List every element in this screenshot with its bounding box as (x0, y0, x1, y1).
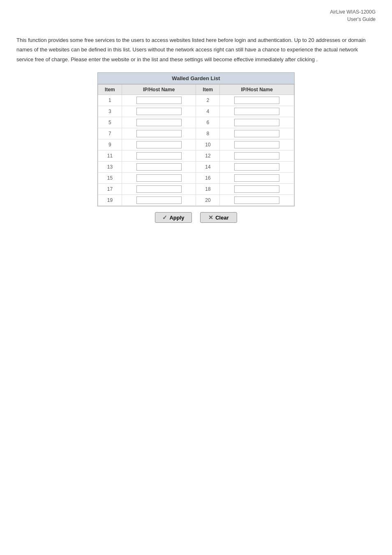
table-title: Walled Garden List (98, 73, 294, 84)
col-item-2-header: Item (196, 85, 220, 95)
row-right-num: 4 (196, 106, 220, 117)
row-right-input-cell (220, 150, 294, 162)
row-left-num: 1 (98, 95, 122, 106)
brand-line2: User's Guide (347, 16, 376, 22)
ip-host-input-13[interactable] (136, 163, 182, 171)
ip-host-input-15[interactable] (136, 174, 182, 182)
row-right-num: 6 (196, 117, 220, 128)
row-right-input-cell (220, 106, 294, 117)
apply-icon: ✓ (162, 214, 167, 221)
row-left-num: 3 (98, 106, 122, 117)
ip-host-input-4[interactable] (234, 108, 279, 115)
row-right-input-cell (220, 117, 294, 128)
clear-icon: ✕ (208, 214, 213, 221)
row-left-num: 19 (98, 195, 122, 206)
ip-host-input-2[interactable] (234, 97, 279, 104)
apply-label: Apply (169, 215, 184, 221)
row-left-num: 7 (98, 128, 122, 139)
col-name-1-header: IP/Host Name (122, 85, 196, 95)
row-right-num: 18 (196, 184, 220, 195)
row-left-input-cell (122, 150, 196, 162)
table-row: 1920 (98, 195, 294, 206)
apply-button[interactable]: ✓ Apply (155, 212, 192, 223)
row-right-num: 14 (196, 162, 220, 173)
col-item-1-header: Item (98, 85, 122, 95)
row-right-input-cell (220, 184, 294, 195)
row-left-num: 9 (98, 139, 122, 150)
ip-host-input-3[interactable] (136, 108, 182, 115)
ip-host-input-7[interactable] (136, 130, 182, 137)
clear-button[interactable]: ✕ Clear (200, 212, 237, 223)
ip-host-input-19[interactable] (136, 197, 182, 204)
row-left-num: 11 (98, 150, 122, 162)
row-left-input-cell (122, 195, 196, 206)
table-row: 78 (98, 128, 294, 139)
table-row: 1718 (98, 184, 294, 195)
row-right-input-cell (220, 195, 294, 206)
ip-host-input-16[interactable] (234, 174, 279, 182)
ip-host-input-1[interactable] (136, 97, 182, 104)
ip-host-input-17[interactable] (136, 185, 182, 193)
table-row: 56 (98, 117, 294, 128)
ip-host-input-18[interactable] (234, 185, 279, 193)
brand-line1: AirLive WIAS-1200G (330, 9, 376, 15)
row-left-num: 13 (98, 162, 122, 173)
row-right-input-cell (220, 128, 294, 139)
table-row: 1314 (98, 162, 294, 173)
row-left-input-cell (122, 117, 196, 128)
ip-host-input-11[interactable] (136, 152, 182, 160)
row-right-input-cell (220, 95, 294, 106)
row-left-num: 5 (98, 117, 122, 128)
walled-garden-table: Item IP/Host Name Item IP/Host Name 1234… (98, 84, 294, 206)
row-left-input-cell (122, 173, 196, 184)
row-right-num: 16 (196, 173, 220, 184)
row-left-input-cell (122, 184, 196, 195)
row-right-num: 12 (196, 150, 220, 162)
ip-host-input-9[interactable] (136, 141, 182, 148)
table-row: 910 (98, 139, 294, 150)
brand-header: AirLive WIAS-1200G User's Guide (16, 8, 376, 23)
row-left-num: 15 (98, 173, 122, 184)
row-right-input-cell (220, 173, 294, 184)
ip-host-input-14[interactable] (234, 163, 279, 171)
row-left-num: 17 (98, 184, 122, 195)
ip-host-input-12[interactable] (234, 152, 279, 160)
page-description: This function provides some free service… (16, 35, 376, 64)
table-row: 12 (98, 95, 294, 106)
table-row: 1516 (98, 173, 294, 184)
description-text: This function provides some free service… (16, 37, 366, 62)
ip-host-input-20[interactable] (234, 197, 279, 204)
walled-garden-container: Walled Garden List Item IP/Host Name Ite… (97, 72, 295, 206)
table-row: 34 (98, 106, 294, 117)
ip-host-input-10[interactable] (234, 141, 279, 148)
row-right-num: 20 (196, 195, 220, 206)
ip-host-input-8[interactable] (234, 130, 279, 137)
clear-label: Clear (215, 215, 229, 221)
row-right-input-cell (220, 162, 294, 173)
row-left-input-cell (122, 139, 196, 150)
ip-host-input-6[interactable] (234, 119, 279, 126)
row-right-input-cell (220, 139, 294, 150)
row-right-num: 2 (196, 95, 220, 106)
button-row: ✓ Apply ✕ Clear (16, 212, 376, 223)
row-left-input-cell (122, 162, 196, 173)
row-right-num: 8 (196, 128, 220, 139)
ip-host-input-5[interactable] (136, 119, 182, 126)
col-name-2-header: IP/Host Name (220, 85, 294, 95)
row-left-input-cell (122, 95, 196, 106)
row-left-input-cell (122, 106, 196, 117)
row-left-input-cell (122, 128, 196, 139)
row-right-num: 10 (196, 139, 220, 150)
table-row: 1112 (98, 150, 294, 162)
